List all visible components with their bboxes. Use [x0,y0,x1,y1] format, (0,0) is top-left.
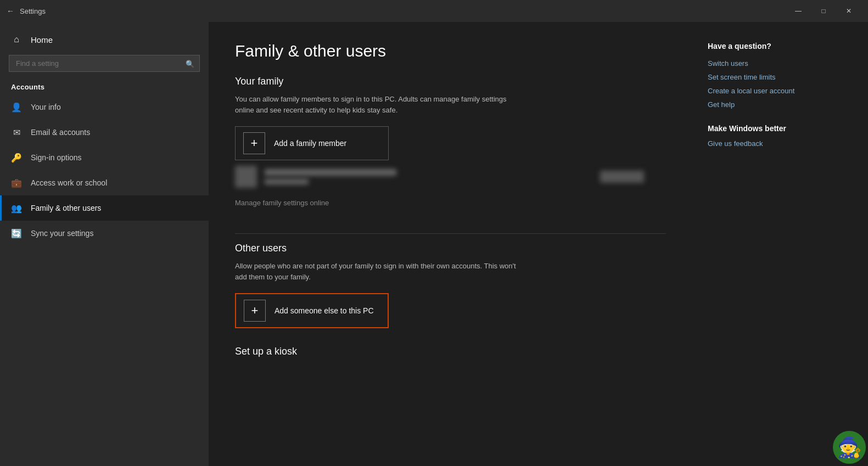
add-someone-label: Add someone else to this PC [275,306,374,315]
other-users-desc: Allow people who are not part of your fa… [235,261,520,282]
get-help-link[interactable]: Get help [708,100,853,109]
add-family-icon: + [243,132,265,154]
family-icon: 👥 [11,203,22,214]
sidebar-home-label: Home [31,35,53,44]
sidebar-item-label: Email & accounts [31,128,90,137]
page-title: Family & other users [235,42,666,60]
give-feedback-link[interactable]: Give us feedback [708,139,853,148]
sync-icon: 🔄 [11,228,22,239]
sidebar-item-label: Access work or school [31,178,107,187]
sidebar-home[interactable]: ⌂ Home [0,26,209,53]
switch-users-link[interactable]: Switch users [708,59,853,68]
minimize-button[interactable]: — [786,0,811,22]
app-body: ⌂ Home 🔍 Accounts 👤 Your info ✉ Email & … [0,22,868,466]
sidebar-item-label: Your info [31,103,61,111]
sidebar-item-label: Sign-in options [31,153,82,162]
sidebar-search-container: 🔍 [9,55,200,72]
maximize-button[interactable]: □ [811,0,836,22]
have-question-title: Have a question? [708,42,853,50]
right-panel: Have a question? Switch users Set screen… [692,22,868,466]
character-avatar: 🧙 [833,431,866,464]
add-family-member-label: Add a family member [274,139,346,148]
corner-character: 🧙 [833,431,868,466]
sidebar-item-email-accounts[interactable]: ✉ Email & accounts [0,120,209,145]
user-avatar [235,166,257,188]
set-up-kiosk-title: Set up a kiosk [235,346,666,357]
home-icon: ⌂ [11,34,22,45]
window-controls: — □ ✕ [786,0,861,22]
sign-in-icon: 🔑 [11,152,22,163]
sidebar-section-title: Accounts [0,78,209,94]
create-local-account-link[interactable]: Create a local user account [708,87,853,95]
user-status-blur [600,171,644,183]
sidebar-item-your-info[interactable]: 👤 Your info [0,94,209,120]
sidebar-item-access-work-school[interactable]: 💼 Access work or school [0,170,209,195]
make-windows-title: Make Windows better [708,124,853,133]
your-info-icon: 👤 [11,102,22,113]
other-users-title: Other users [235,243,666,254]
sidebar-item-sign-in-options[interactable]: 🔑 Sign-in options [0,145,209,170]
search-input[interactable] [9,55,200,72]
user-detail-blur [265,179,309,184]
email-icon: ✉ [11,127,22,138]
divider [235,233,666,234]
set-screen-time-link[interactable]: Set screen time limits [708,73,853,81]
back-button[interactable]: ← [7,7,14,15]
manage-family-link[interactable]: Manage family settings online [235,199,329,207]
your-family-title: Your family [235,76,666,87]
user-name-blur [265,169,396,176]
sidebar-item-sync-settings[interactable]: 🔄 Sync your settings [0,221,209,246]
add-family-member-button[interactable]: + Add a family member [235,126,389,160]
add-someone-icon: + [244,300,266,322]
user-row [235,160,666,193]
sidebar: ⌂ Home 🔍 Accounts 👤 Your info ✉ Email & … [0,22,209,466]
sidebar-item-label: Sync your settings [31,229,93,238]
sidebar-item-label: Family & other users [31,204,101,212]
titlebar-title: Settings [20,7,786,15]
add-someone-button[interactable]: + Add someone else to this PC [235,293,389,328]
your-family-desc: You can allow family members to sign in … [235,94,520,115]
sidebar-item-family-other-users[interactable]: 👥 Family & other users [0,195,209,221]
close-button[interactable]: ✕ [836,0,861,22]
titlebar: ← Settings — □ ✕ [0,0,868,22]
work-icon: 💼 [11,177,22,188]
search-icon: 🔍 [186,59,194,68]
main-content: Family & other users Your family You can… [209,22,692,466]
user-info [265,169,396,184]
